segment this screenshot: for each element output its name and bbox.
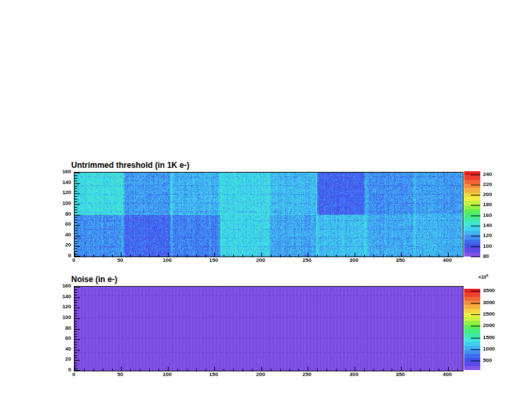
x-tick-label: 200 xyxy=(251,258,270,263)
colorbar-tick xyxy=(471,257,480,257)
z-tick-label: 220 xyxy=(483,182,492,187)
x-tick-label: 400 xyxy=(438,258,457,263)
x-tick-label: 100 xyxy=(158,258,177,263)
y-tick-label: 100 xyxy=(54,315,71,320)
colorbar-tick xyxy=(471,246,480,247)
y-tick-label: 120 xyxy=(54,190,71,195)
z-tick-label: 2500 xyxy=(483,312,495,317)
z-tick-label: 120 xyxy=(483,233,492,238)
z-tick-label: 1000 xyxy=(483,347,495,352)
colorbar-tick xyxy=(471,338,480,338)
y-tick-label: 20 xyxy=(54,357,71,362)
z-tick-label: 160 xyxy=(483,213,492,218)
x-tick-label: 150 xyxy=(204,372,223,377)
z-tick-label: 200 xyxy=(483,192,492,197)
colorbar-tick xyxy=(471,216,480,216)
x-tick-label: 150 xyxy=(204,258,223,263)
threshold-plot-title: Untrimmed threshold (in 1K e-) xyxy=(71,161,189,170)
x-tick-label: 0 xyxy=(64,372,83,377)
noise-colorbar xyxy=(464,289,480,370)
z-tick-label: 240 xyxy=(483,172,492,177)
z-tick-label: 3000 xyxy=(483,300,495,306)
root-canvas: Untrimmed threshold (in 1K e-) Noise (in… xyxy=(0,0,532,411)
colorbar-tick xyxy=(471,326,480,326)
threshold-heatmap-canvas xyxy=(75,173,463,257)
threshold-plot-frame xyxy=(74,172,463,257)
z-tick-label: 180 xyxy=(483,202,492,208)
y-tick-label: 160 xyxy=(54,169,71,175)
colorbar-tick xyxy=(471,185,480,185)
x-tick-label: 350 xyxy=(391,372,410,377)
y-tick-label: 40 xyxy=(54,347,71,352)
x-tick-label: 100 xyxy=(158,372,177,377)
noise-colorbar-exponent-base: ×10 xyxy=(478,275,486,279)
y-tick-label: 40 xyxy=(54,232,71,238)
y-tick-label: 20 xyxy=(54,242,71,248)
y-tick-label: 160 xyxy=(54,283,71,289)
x-tick-label: 250 xyxy=(298,258,316,263)
colorbar-tick xyxy=(471,175,480,175)
colorbar-band xyxy=(464,366,480,370)
x-tick-label: 0 xyxy=(64,258,83,263)
y-tick-label: 80 xyxy=(54,212,71,217)
x-tick-label: 50 xyxy=(111,372,130,377)
y-tick-label: 140 xyxy=(54,180,71,185)
y-tick-label: 140 xyxy=(54,294,71,300)
colorbar-tick xyxy=(471,236,480,236)
z-tick-label: 140 xyxy=(483,223,492,228)
colorbar-tick xyxy=(471,314,480,315)
z-tick-label: 2000 xyxy=(483,323,495,328)
colorbar-tick xyxy=(471,205,480,205)
y-tick-label: 60 xyxy=(54,222,71,227)
x-tick-label: 350 xyxy=(391,258,410,263)
x-tick-label: 300 xyxy=(345,258,363,263)
z-tick-label: 100 xyxy=(483,244,492,249)
noise-plot-frame xyxy=(74,286,463,371)
y-tick-label: 80 xyxy=(54,326,71,331)
x-tick-label: 200 xyxy=(251,372,270,377)
y-tick-label: 100 xyxy=(54,201,71,206)
x-tick-label: 400 xyxy=(438,372,457,377)
colorbar-band xyxy=(464,253,480,257)
z-tick-label: 500 xyxy=(483,358,492,363)
y-tick-label: 60 xyxy=(54,336,71,341)
colorbar-tick xyxy=(471,349,480,350)
x-tick-label: 250 xyxy=(298,372,316,377)
noise-plot-title: Noise (in e-) xyxy=(71,275,118,284)
noise-colorbar-exponent: ×106 xyxy=(478,273,488,279)
colorbar-tick xyxy=(471,291,480,291)
noise-colorbar-exponent-sup: 6 xyxy=(486,273,488,277)
colorbar-tick xyxy=(471,303,480,304)
colorbar-tick xyxy=(471,361,480,361)
y-tick-label: 120 xyxy=(54,304,71,310)
colorbar-tick xyxy=(471,195,480,195)
z-tick-label: 3500 xyxy=(483,288,495,293)
noise-heatmap-canvas xyxy=(75,287,463,371)
z-tick-label: 80 xyxy=(483,254,489,259)
z-tick-label: 1500 xyxy=(483,335,495,340)
x-tick-label: 50 xyxy=(111,258,130,263)
x-tick-label: 300 xyxy=(345,372,363,377)
colorbar-tick xyxy=(471,226,480,226)
